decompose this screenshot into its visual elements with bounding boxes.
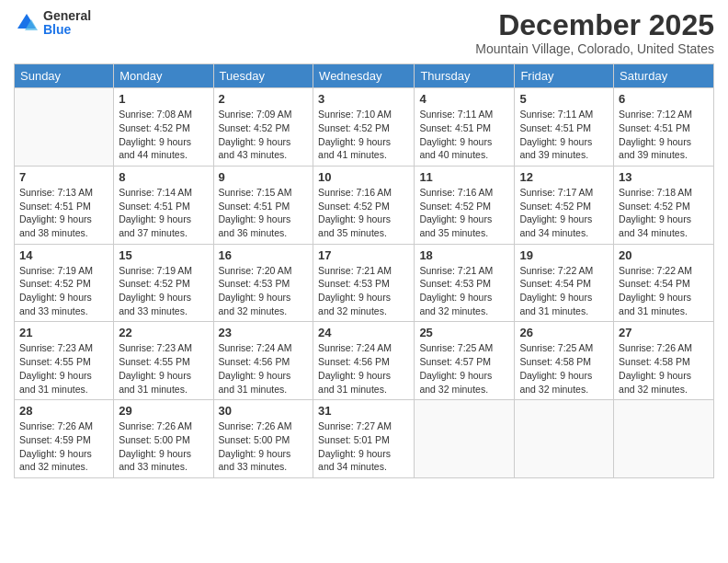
table-row: 3Sunrise: 7:10 AMSunset: 4:52 PMDaylight… [313, 88, 415, 167]
sunrise-text: Sunrise: 7:16 AM [419, 186, 509, 200]
daylight-text: Daylight: 9 hours [119, 369, 208, 383]
table-row [15, 88, 114, 167]
sunset-text: Sunset: 4:51 PM [419, 121, 509, 135]
daylight-text: Daylight: 9 hours [119, 135, 208, 149]
daylight-text-cont: and 32 minutes. [318, 304, 409, 318]
daylight-text-cont: and 39 minutes. [519, 148, 609, 162]
day-info: Sunrise: 7:22 AMSunset: 4:54 PMDaylight:… [619, 264, 709, 318]
sunset-text: Sunset: 4:53 PM [419, 277, 509, 291]
location: Mountain Village, Colorado, United State… [475, 41, 714, 56]
day-info: Sunrise: 7:26 AMSunset: 5:00 PMDaylight:… [219, 419, 309, 474]
day-number: 15 [119, 248, 208, 262]
sunrise-text: Sunrise: 7:23 AM [19, 341, 108, 355]
day-number: 20 [619, 248, 709, 262]
day-number: 21 [19, 326, 108, 339]
table-row: 5Sunrise: 7:11 AMSunset: 4:51 PMDaylight… [515, 88, 614, 167]
daylight-text: Daylight: 9 hours [619, 213, 709, 226]
table-row: 20Sunrise: 7:22 AMSunset: 4:54 PMDayligh… [614, 244, 714, 322]
daylight-text: Daylight: 9 hours [419, 213, 509, 226]
sunrise-text: Sunrise: 7:22 AM [519, 264, 609, 278]
table-row: 11Sunrise: 7:16 AMSunset: 4:52 PMDayligh… [415, 166, 515, 244]
sunrise-text: Sunrise: 7:18 AM [619, 186, 709, 200]
daylight-text-cont: and 34 minutes. [519, 226, 609, 240]
logo: General Blue [14, 9, 91, 38]
daylight-text-cont: and 32 minutes. [519, 383, 609, 396]
daylight-text: Daylight: 9 hours [219, 369, 309, 383]
sunrise-text: Sunrise: 7:14 AM [119, 186, 208, 200]
sunset-text: Sunset: 4:59 PM [19, 433, 108, 447]
table-row: 18Sunrise: 7:21 AMSunset: 4:53 PMDayligh… [415, 244, 515, 322]
header: General Blue December 2025 Mountain Vill… [14, 9, 714, 56]
day-info: Sunrise: 7:24 AMSunset: 4:56 PMDaylight:… [219, 341, 309, 396]
sunset-text: Sunset: 4:54 PM [519, 277, 609, 291]
daylight-text: Daylight: 9 hours [419, 369, 509, 383]
day-number: 2 [219, 92, 309, 106]
table-row: 14Sunrise: 7:19 AMSunset: 4:52 PMDayligh… [15, 244, 114, 322]
daylight-text: Daylight: 9 hours [318, 291, 409, 304]
table-row: 7Sunrise: 7:13 AMSunset: 4:51 PMDaylight… [15, 166, 114, 244]
sunrise-text: Sunrise: 7:15 AM [219, 186, 309, 200]
sunrise-text: Sunrise: 7:26 AM [619, 341, 709, 355]
day-number: 5 [519, 92, 609, 106]
day-number: 31 [318, 404, 409, 418]
table-row [415, 400, 515, 478]
logo-text: General Blue [43, 9, 91, 38]
sunset-text: Sunset: 4:52 PM [318, 200, 409, 213]
sunrise-text: Sunrise: 7:19 AM [19, 264, 108, 278]
day-number: 19 [519, 248, 609, 262]
daylight-text-cont: and 32 minutes. [419, 304, 509, 318]
sunrise-text: Sunrise: 7:09 AM [219, 108, 309, 121]
page: General Blue December 2025 Mountain Vill… [0, 0, 728, 563]
daylight-text-cont: and 33 minutes. [119, 460, 208, 474]
day-number: 4 [419, 92, 509, 106]
calendar-week-row: 21Sunrise: 7:23 AMSunset: 4:55 PMDayligh… [15, 322, 714, 400]
col-wednesday: Wednesday [313, 64, 415, 88]
daylight-text: Daylight: 9 hours [219, 135, 309, 149]
daylight-text: Daylight: 9 hours [619, 291, 709, 304]
daylight-text: Daylight: 9 hours [19, 447, 108, 461]
sunset-text: Sunset: 4:52 PM [419, 200, 509, 213]
sunset-text: Sunset: 4:55 PM [19, 355, 108, 369]
sunset-text: Sunset: 4:53 PM [219, 277, 309, 291]
sunset-text: Sunset: 4:52 PM [519, 200, 609, 213]
daylight-text-cont: and 34 minutes. [318, 460, 409, 474]
day-number: 23 [219, 326, 309, 339]
day-number: 13 [619, 170, 709, 184]
sunset-text: Sunset: 4:51 PM [119, 200, 208, 213]
daylight-text: Daylight: 9 hours [419, 291, 509, 304]
day-info: Sunrise: 7:17 AMSunset: 4:52 PMDaylight:… [519, 186, 609, 240]
daylight-text: Daylight: 9 hours [219, 291, 309, 304]
daylight-text: Daylight: 9 hours [519, 135, 609, 149]
daylight-text: Daylight: 9 hours [519, 291, 609, 304]
day-number: 17 [318, 248, 409, 262]
table-row: 2Sunrise: 7:09 AMSunset: 4:52 PMDaylight… [213, 88, 313, 167]
table-row: 30Sunrise: 7:26 AMSunset: 5:00 PMDayligh… [213, 400, 313, 478]
day-info: Sunrise: 7:19 AMSunset: 4:52 PMDaylight:… [119, 264, 208, 318]
calendar-week-row: 7Sunrise: 7:13 AMSunset: 4:51 PMDaylight… [15, 166, 714, 244]
sunrise-text: Sunrise: 7:26 AM [119, 419, 208, 433]
daylight-text-cont: and 38 minutes. [19, 226, 108, 240]
day-number: 16 [219, 248, 309, 262]
table-row: 31Sunrise: 7:27 AMSunset: 5:01 PMDayligh… [313, 400, 415, 478]
sunset-text: Sunset: 4:52 PM [219, 121, 309, 135]
sunset-text: Sunset: 4:56 PM [219, 355, 309, 369]
day-info: Sunrise: 7:10 AMSunset: 4:52 PMDaylight:… [318, 108, 409, 162]
sunrise-text: Sunrise: 7:24 AM [219, 341, 309, 355]
day-info: Sunrise: 7:25 AMSunset: 4:58 PMDaylight:… [519, 341, 609, 396]
col-thursday: Thursday [415, 64, 515, 88]
calendar-header-row: Sunday Monday Tuesday Wednesday Thursday… [15, 64, 714, 88]
table-row: 1Sunrise: 7:08 AMSunset: 4:52 PMDaylight… [114, 88, 213, 167]
sunrise-text: Sunrise: 7:24 AM [318, 341, 409, 355]
day-number: 26 [519, 326, 609, 339]
sunset-text: Sunset: 4:52 PM [318, 121, 409, 135]
day-info: Sunrise: 7:23 AMSunset: 4:55 PMDaylight:… [19, 341, 108, 396]
daylight-text-cont: and 44 minutes. [119, 148, 208, 162]
day-number: 6 [619, 92, 709, 106]
col-friday: Friday [515, 64, 614, 88]
calendar-week-row: 14Sunrise: 7:19 AMSunset: 4:52 PMDayligh… [15, 244, 714, 322]
sunrise-text: Sunrise: 7:25 AM [419, 341, 509, 355]
daylight-text-cont: and 33 minutes. [219, 460, 309, 474]
table-row: 10Sunrise: 7:16 AMSunset: 4:52 PMDayligh… [313, 166, 415, 244]
table-row: 26Sunrise: 7:25 AMSunset: 4:58 PMDayligh… [515, 322, 614, 400]
sunset-text: Sunset: 4:57 PM [419, 355, 509, 369]
